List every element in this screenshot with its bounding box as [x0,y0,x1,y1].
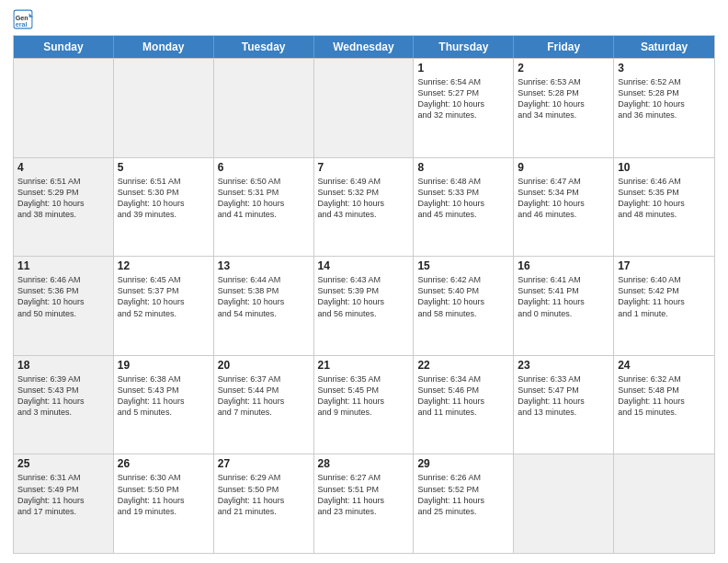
day-number: 24 [618,359,711,372]
day-number: 13 [218,259,310,272]
day-number: 21 [318,359,410,372]
day-number: 8 [417,161,509,174]
day-number: 19 [118,359,210,372]
day-info: Sunrise: 6:31 AM Sunset: 5:49 PM Dayligh… [17,472,109,517]
cal-cell: 7Sunrise: 6:49 AM Sunset: 5:32 PM Daylig… [314,158,415,257]
cal-cell: 12Sunrise: 6:45 AM Sunset: 5:37 PM Dayli… [114,257,214,355]
day-info: Sunrise: 6:51 AM Sunset: 5:30 PM Dayligh… [118,176,210,221]
svg-text:eral: eral [16,21,28,29]
day-number: 4 [17,161,109,174]
cal-header-day: Saturday [614,36,714,58]
cal-week-row: 4Sunrise: 6:51 AM Sunset: 5:29 PM Daylig… [14,157,714,257]
cal-week-row: 18Sunrise: 6:39 AM Sunset: 5:43 PM Dayli… [14,355,714,454]
cal-cell: 8Sunrise: 6:48 AM Sunset: 5:33 PM Daylig… [414,158,514,257]
cal-cell [614,454,714,553]
day-info: Sunrise: 6:27 AM Sunset: 5:51 PM Dayligh… [318,472,410,517]
cal-cell: 2Sunrise: 6:53 AM Sunset: 5:28 PM Daylig… [514,59,614,157]
cal-cell: 27Sunrise: 6:29 AM Sunset: 5:50 PM Dayli… [214,454,314,553]
day-info: Sunrise: 6:48 AM Sunset: 5:33 PM Dayligh… [417,176,509,221]
cal-cell: 20Sunrise: 6:37 AM Sunset: 5:44 PM Dayli… [214,356,314,454]
day-number: 18 [17,359,109,372]
day-info: Sunrise: 6:35 AM Sunset: 5:45 PM Dayligh… [318,373,410,419]
day-info: Sunrise: 6:43 AM Sunset: 5:39 PM Dayligh… [318,274,410,319]
cal-cell: 10Sunrise: 6:46 AM Sunset: 5:35 PM Dayli… [614,158,714,257]
day-info: Sunrise: 6:49 AM Sunset: 5:32 PM Dayligh… [318,176,410,221]
day-number: 1 [417,62,509,75]
day-number: 26 [118,457,210,470]
cal-cell: 15Sunrise: 6:42 AM Sunset: 5:40 PM Dayli… [414,257,514,355]
day-info: Sunrise: 6:53 AM Sunset: 5:28 PM Dayligh… [518,76,609,121]
day-number: 23 [518,359,609,372]
day-info: Sunrise: 6:51 AM Sunset: 5:29 PM Dayligh… [17,176,109,221]
cal-cell: 16Sunrise: 6:41 AM Sunset: 5:41 PM Dayli… [514,257,614,355]
day-info: Sunrise: 6:40 AM Sunset: 5:42 PM Dayligh… [618,274,711,319]
day-info: Sunrise: 6:38 AM Sunset: 5:43 PM Dayligh… [118,373,210,419]
cal-week-row: 11Sunrise: 6:46 AM Sunset: 5:36 PM Dayli… [14,256,714,355]
cal-cell: 24Sunrise: 6:32 AM Sunset: 5:48 PM Dayli… [614,356,714,454]
calendar-body: 1Sunrise: 6:54 AM Sunset: 5:27 PM Daylig… [14,58,714,553]
cal-cell: 1Sunrise: 6:54 AM Sunset: 5:27 PM Daylig… [414,59,514,157]
day-number: 16 [518,259,609,272]
cal-cell: 23Sunrise: 6:33 AM Sunset: 5:47 PM Dayli… [514,356,614,454]
cal-cell: 3Sunrise: 6:52 AM Sunset: 5:28 PM Daylig… [614,59,714,157]
day-info: Sunrise: 6:46 AM Sunset: 5:36 PM Dayligh… [17,274,109,319]
day-info: Sunrise: 6:52 AM Sunset: 5:28 PM Dayligh… [618,76,711,121]
cal-week-row: 25Sunrise: 6:31 AM Sunset: 5:49 PM Dayli… [14,454,714,553]
day-number: 14 [318,259,410,272]
cal-cell: 22Sunrise: 6:34 AM Sunset: 5:46 PM Dayli… [414,356,514,454]
day-info: Sunrise: 6:30 AM Sunset: 5:50 PM Dayligh… [118,472,210,517]
cal-cell [114,59,214,157]
day-info: Sunrise: 6:47 AM Sunset: 5:34 PM Dayligh… [518,176,609,221]
day-info: Sunrise: 6:34 AM Sunset: 5:46 PM Dayligh… [417,373,509,419]
cal-cell: 4Sunrise: 6:51 AM Sunset: 5:29 PM Daylig… [14,158,114,257]
cal-cell: 29Sunrise: 6:26 AM Sunset: 5:52 PM Dayli… [414,454,514,553]
cal-cell [514,454,614,553]
cal-cell: 28Sunrise: 6:27 AM Sunset: 5:51 PM Dayli… [314,454,415,553]
day-number: 7 [318,161,410,174]
day-number: 12 [118,259,210,272]
cal-cell [14,59,114,157]
cal-cell: 5Sunrise: 6:51 AM Sunset: 5:30 PM Daylig… [114,158,214,257]
day-number: 9 [518,161,609,174]
cal-cell: 25Sunrise: 6:31 AM Sunset: 5:49 PM Dayli… [14,454,114,553]
day-number: 15 [417,259,509,272]
cal-cell: 19Sunrise: 6:38 AM Sunset: 5:43 PM Dayli… [114,356,214,454]
page-header: Gen eral [13,9,715,29]
cal-cell: 18Sunrise: 6:39 AM Sunset: 5:43 PM Dayli… [14,356,114,454]
cal-cell: 17Sunrise: 6:40 AM Sunset: 5:42 PM Dayli… [614,257,714,355]
cal-cell: 13Sunrise: 6:44 AM Sunset: 5:38 PM Dayli… [214,257,314,355]
cal-cell: 9Sunrise: 6:47 AM Sunset: 5:34 PM Daylig… [514,158,614,257]
cal-cell: 11Sunrise: 6:46 AM Sunset: 5:36 PM Dayli… [14,257,114,355]
day-number: 2 [518,62,609,75]
day-info: Sunrise: 6:54 AM Sunset: 5:27 PM Dayligh… [417,76,509,121]
logo: Gen eral [13,9,37,29]
day-number: 22 [417,359,509,372]
day-info: Sunrise: 6:39 AM Sunset: 5:43 PM Dayligh… [17,373,109,419]
day-info: Sunrise: 6:45 AM Sunset: 5:37 PM Dayligh… [118,274,210,319]
day-info: Sunrise: 6:32 AM Sunset: 5:48 PM Dayligh… [618,373,711,419]
day-info: Sunrise: 6:44 AM Sunset: 5:38 PM Dayligh… [218,274,310,319]
calendar: SundayMondayTuesdayWednesdayThursdayFrid… [13,35,715,554]
cal-cell [214,59,314,157]
day-number: 6 [218,161,310,174]
cal-header-day: Friday [514,36,614,58]
day-number: 25 [17,457,109,470]
logo-icon: Gen eral [13,9,33,29]
day-number: 11 [17,259,109,272]
day-number: 28 [318,457,410,470]
cal-cell: 14Sunrise: 6:43 AM Sunset: 5:39 PM Dayli… [314,257,415,355]
day-info: Sunrise: 6:37 AM Sunset: 5:44 PM Dayligh… [218,373,310,419]
day-number: 10 [618,161,711,174]
day-number: 5 [118,161,210,174]
day-number: 27 [218,457,310,470]
day-number: 29 [417,457,509,470]
cal-header-day: Monday [114,36,214,58]
day-info: Sunrise: 6:50 AM Sunset: 5:31 PM Dayligh… [218,176,310,221]
day-info: Sunrise: 6:33 AM Sunset: 5:47 PM Dayligh… [518,373,609,419]
cal-header-day: Tuesday [214,36,314,58]
day-info: Sunrise: 6:29 AM Sunset: 5:50 PM Dayligh… [218,472,310,517]
day-info: Sunrise: 6:26 AM Sunset: 5:52 PM Dayligh… [417,472,509,517]
cal-header-day: Sunday [14,36,114,58]
day-info: Sunrise: 6:46 AM Sunset: 5:35 PM Dayligh… [618,176,711,221]
cal-cell: 26Sunrise: 6:30 AM Sunset: 5:50 PM Dayli… [114,454,214,553]
